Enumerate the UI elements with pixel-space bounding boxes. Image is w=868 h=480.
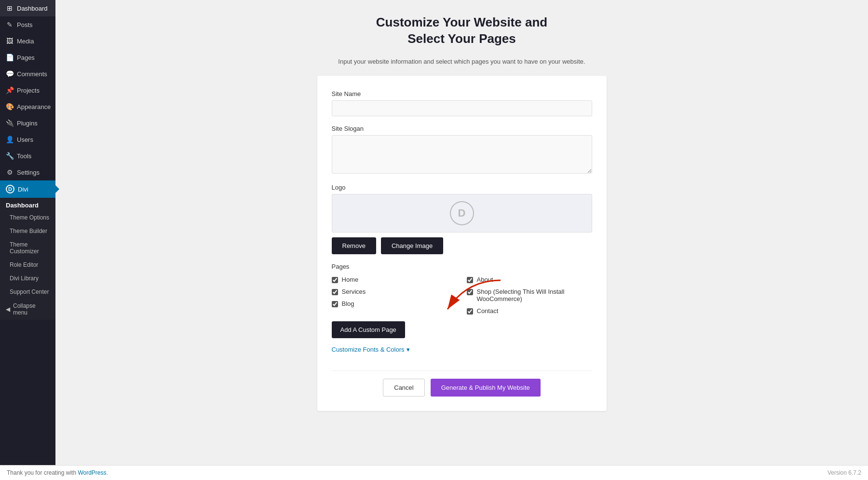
dashboard-icon: ⊞ <box>6 4 14 12</box>
logo-group: Logo D Remove Change Image <box>332 184 592 254</box>
logo-label: Logo <box>332 184 592 191</box>
site-slogan-input[interactable] <box>332 135 592 174</box>
sidebar-item-posts[interactable]: ✎ Posts <box>0 16 55 33</box>
sidebar-item-comments[interactable]: 💬 Comments <box>0 66 55 82</box>
logo-circle: D <box>450 201 474 225</box>
divi-theme-options[interactable]: Theme Options <box>0 211 55 224</box>
sidebar-item-label: Comments <box>17 70 47 78</box>
page-subtitle: Input your website information and selec… <box>338 57 585 67</box>
site-slogan-label: Site Slogan <box>332 125 592 132</box>
publish-button[interactable]: Generate & Publish My Website <box>431 379 541 397</box>
comments-icon: 💬 <box>6 70 14 78</box>
sidebar-item-label: Plugins <box>17 120 38 127</box>
posts-icon: ✎ <box>6 21 14 28</box>
settings-icon: ⚙ <box>6 168 14 176</box>
divi-section: D Divi Dashboard Theme Options Theme Bui… <box>0 180 55 320</box>
tools-icon: 🔧 <box>6 152 14 160</box>
contact-checkbox[interactable] <box>467 308 473 315</box>
change-image-button[interactable]: Change Image <box>381 237 443 254</box>
sidebar-item-label: Media <box>17 38 34 45</box>
sidebar-item-appearance[interactable]: 🎨 Appearance <box>0 98 55 115</box>
sidebar-item-label: Posts <box>17 21 33 28</box>
services-checkbox[interactable] <box>332 289 338 295</box>
divi-logo: D <box>6 185 14 193</box>
site-name-input[interactable] <box>332 100 592 116</box>
remove-button[interactable]: Remove <box>332 237 376 254</box>
footer-text: Thank you for creating with WordPress. <box>7 469 108 476</box>
pages-left-col: Home Services Blog <box>332 276 457 315</box>
site-name-group: Site Name <box>332 90 592 116</box>
pages-section: Pages Home Services Blog <box>332 263 592 346</box>
wordpress-link[interactable]: WordPress <box>78 469 106 476</box>
footer-bar: Thank you for creating with WordPress. V… <box>0 465 868 480</box>
main-card: Site Name Site Slogan Logo D Remove Chan… <box>317 76 607 411</box>
shop-checkbox[interactable] <box>467 289 473 295</box>
add-custom-page-button[interactable]: Add A Custom Page <box>332 321 405 338</box>
sidebar-item-label: Settings <box>17 169 40 176</box>
sidebar-item-label: Tools <box>17 152 31 160</box>
page-contact: Contact <box>467 307 592 315</box>
sidebar-item-tools[interactable]: 🔧 Tools <box>0 148 55 164</box>
sidebar-item-label: Pages <box>17 54 35 61</box>
sidebar-item-projects[interactable]: 📌 Projects <box>0 82 55 98</box>
divi-label: Divi <box>18 186 28 193</box>
about-checkbox[interactable] <box>467 277 473 283</box>
page-about: About <box>467 276 592 283</box>
page-shop: Shop (Selecting This Will Install WooCom… <box>467 288 592 302</box>
pages-right-col: About Shop (Selecting This Will Install … <box>467 276 592 315</box>
divi-role-editor[interactable]: Role Editor <box>0 258 55 272</box>
home-checkbox[interactable] <box>332 277 338 283</box>
users-icon: 👤 <box>6 136 14 143</box>
sidebar: ⊞ Dashboard ✎ Posts 🖼 Media 📄 Pages 💬 Co… <box>0 0 55 480</box>
sidebar-item-media[interactable]: 🖼 Media <box>0 33 55 49</box>
divi-support-center[interactable]: Support Center <box>0 285 55 299</box>
sidebar-item-settings[interactable]: ⚙ Settings <box>0 164 55 180</box>
divi-theme-customizer[interactable]: Theme Customizer <box>0 238 55 258</box>
sidebar-item-plugins[interactable]: 🔌 Plugins <box>0 115 55 131</box>
blog-checkbox[interactable] <box>332 301 338 307</box>
pages-grid: Home Services Blog About <box>332 276 592 315</box>
sidebar-item-label: Users <box>17 136 33 143</box>
page-services: Services <box>332 288 457 295</box>
page-blog: Blog <box>332 300 457 307</box>
sidebar-item-pages[interactable]: 📄 Pages <box>0 49 55 66</box>
divi-theme-builder[interactable]: Theme Builder <box>0 224 55 238</box>
sidebar-item-dashboard[interactable]: ⊞ Dashboard <box>0 0 55 16</box>
divi-menu-header[interactable]: D Divi <box>0 180 55 198</box>
bottom-actions: Cancel Generate & Publish My Website <box>332 379 592 397</box>
collapse-icon: ◀ <box>6 306 10 313</box>
appearance-icon: 🎨 <box>6 103 14 110</box>
logo-area: D <box>332 194 592 233</box>
customize-fonts-container: Customize Fonts & Colors ▾ <box>332 346 592 363</box>
pages-label: Pages <box>332 263 592 270</box>
plugins-icon: 🔌 <box>6 119 14 127</box>
sidebar-item-users[interactable]: 👤 Users <box>0 131 55 148</box>
version-label: Version 6.7.2 <box>827 469 861 476</box>
media-icon: 🖼 <box>6 37 14 45</box>
sidebar-item-label: Projects <box>17 87 40 94</box>
page-title: Customize Your Website and Select Your P… <box>376 14 547 47</box>
cancel-button[interactable]: Cancel <box>383 379 424 397</box>
sidebar-item-label: Dashboard <box>17 5 48 12</box>
pages-icon: 📄 <box>6 54 14 61</box>
collapse-menu[interactable]: ◀ Collapse menu <box>0 299 55 320</box>
card-divider <box>332 370 592 371</box>
divi-library[interactable]: Divi Library <box>0 272 55 285</box>
page-home: Home <box>332 276 457 283</box>
projects-icon: 📌 <box>6 86 14 94</box>
customize-fonts-link[interactable]: Customize Fonts & Colors ▾ <box>332 346 410 353</box>
sidebar-item-label: Appearance <box>17 103 51 110</box>
logo-buttons: Remove Change Image <box>332 237 592 254</box>
main-content: Customize Your Website and Select Your P… <box>55 0 868 480</box>
site-slogan-group: Site Slogan <box>332 125 592 175</box>
site-name-label: Site Name <box>332 90 592 97</box>
divi-sub-dashboard: Dashboard <box>0 198 55 211</box>
